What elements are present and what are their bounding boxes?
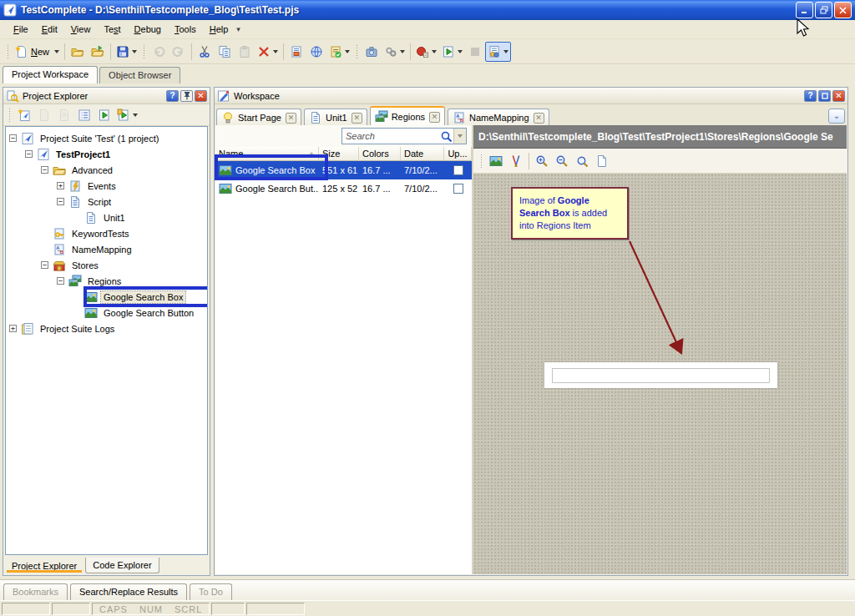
close-button[interactable] [834,2,852,18]
tool-results-button[interactable] [485,42,511,62]
workspace-help-button[interactable]: ? [804,90,817,102]
tree-expander-icon[interactable]: + [57,182,64,189]
tree-expander-icon[interactable]: − [57,198,64,205]
tree-item-testproject1[interactable]: −TestProject1 [6,146,207,162]
region-row-google-search-box[interactable]: Google Search Box551 x 6116.7 ...7/10/2.… [215,161,472,179]
menu-item-test[interactable]: Test [97,22,127,37]
menu-item-help[interactable]: Help [203,22,235,37]
tool-record-button[interactable] [413,42,439,62]
tree-item-regions[interactable]: −Regions [6,273,207,289]
viewer-tool-page-button[interactable] [592,151,612,171]
tree-item-unit1[interactable]: Unit1 [6,210,207,225]
menu-item-tools[interactable]: Tools [168,22,203,37]
minimize-button[interactable] [796,2,813,18]
tab-scroll-button[interactable]: ⌄ [828,109,845,124]
tab-search-replace-results[interactable]: Search/Replace Results [70,583,187,600]
menu-item-edit[interactable]: Edit [35,22,64,37]
viewer-tool-imgsel-button[interactable] [486,151,506,171]
tool-save-dropdown-icon[interactable] [132,50,137,53]
tree-expander-icon[interactable]: − [41,166,48,174]
tab-to-do[interactable]: To Do [190,583,232,600]
tool-run-dropdown-icon[interactable] [458,50,463,53]
tool-copy-button[interactable] [215,42,235,62]
tool-checklist-dropdown-icon[interactable] [345,50,350,53]
doc-tab-unit1[interactable]: Unit1✕ [304,109,367,126]
tree-item-project-suite-logs[interactable]: +Project Suite Logs [6,321,207,336]
row-checkbox[interactable] [453,165,463,175]
tool-web-button[interactable] [306,42,326,62]
column-header-date[interactable]: Date [401,147,444,161]
tool-open-button[interactable] [68,42,88,62]
panel-help-button[interactable]: ? [166,90,179,102]
tool-gears-button[interactable] [382,42,407,62]
tree-item-script[interactable]: −Script [6,194,207,210]
tab-close-icon[interactable]: ✕ [429,112,440,123]
tool-results-dropdown-icon[interactable] [503,50,508,53]
tool-record-dropdown-icon[interactable] [432,50,437,53]
tree-expander-icon[interactable]: − [41,261,48,269]
tool-new-button[interactable]: New [13,42,62,62]
search-dropdown-button[interactable] [453,129,466,144]
doc-tab-start-page[interactable]: Start Page✕ [216,109,301,126]
tree-item-google-search-button[interactable]: Google Search Button [6,305,207,321]
tree-item-stores[interactable]: −Stores [6,257,207,273]
workspace-close-button[interactable]: ✕ [832,90,845,102]
column-header-name[interactable]: Name [215,147,319,161]
tree-item-advanced[interactable]: −Advanced [6,162,207,178]
menu-item-view[interactable]: View [64,22,98,37]
tool-additem-button[interactable] [286,42,306,62]
tree-item-namemapping[interactable]: ABNameMapping [6,241,207,257]
tree-expander-icon[interactable]: − [25,150,33,158]
menu-item-debug[interactable]: Debug [128,22,168,37]
tree-item-keywordtests[interactable]: KeywordTests [6,225,207,241]
tab-close-icon[interactable]: ✕ [534,113,544,124]
workspace-maximize-button[interactable] [818,90,831,102]
viewer-tool-zoomin-button[interactable] [532,151,552,171]
panel-pin-button[interactable] [180,90,193,102]
column-header-up[interactable]: Up... [444,147,472,161]
pe-tool-runsuite-button[interactable] [114,105,140,125]
viewer-tool-paint-button[interactable] [506,151,526,171]
tree-expander-icon[interactable]: − [57,277,64,285]
pe-tab-code-explorer[interactable]: Code Explorer [85,558,159,573]
search-icon[interactable] [440,130,452,142]
tool-delete-dropdown-icon[interactable] [273,50,278,53]
tab-project-workspace[interactable]: Project Workspace [3,66,98,83]
column-header-colors[interactable]: Colors [359,147,401,161]
tool-delete-button[interactable] [255,42,281,62]
pe-tab-project-explorer[interactable]: Project Explorer [5,558,83,573]
menu-overflow-chevron-icon[interactable]: ▾ [236,25,240,33]
panel-close-button[interactable]: ✕ [195,90,207,102]
pe-tool-runsuite-dropdown-icon[interactable] [133,114,138,117]
tool-checklist-button[interactable] [326,42,352,62]
tool-gears-dropdown-icon[interactable] [400,50,405,53]
tool-openadd-button[interactable] [88,42,108,62]
tab-object-browser[interactable]: Object Browser [99,67,180,83]
tree-item-google-search-box[interactable]: Google Search Box [6,289,207,305]
viewer-tool-zoomout-button[interactable] [552,151,572,171]
tree-item-project-suite-test-1-project[interactable]: −Project Suite 'Test' (1 project) [6,130,207,146]
tool-cut-button[interactable] [195,42,215,62]
pe-tool-newproj-button[interactable] [14,105,34,125]
tab-close-icon[interactable]: ✕ [352,113,362,124]
tool-run-button[interactable] [439,42,465,62]
menu-item-file[interactable]: File [7,22,35,37]
row-checkbox[interactable] [453,184,463,194]
tool-save-button[interactable] [114,42,139,62]
doc-tab-regions[interactable]: Regions✕ [370,106,445,126]
column-header-size[interactable]: Size [319,147,359,161]
tree-item-events[interactable]: +Events [6,178,207,194]
tree-expander-icon[interactable]: + [9,325,17,332]
tree-expander-icon[interactable]: − [9,134,17,142]
pe-tool-runproj-button[interactable] [94,105,114,125]
tool-new-dropdown-icon[interactable] [54,50,59,53]
region-row-google-search-but[interactable]: Google Search But...125 x 5216.7 ...7/10… [215,179,472,198]
doc-tab-namemapping[interactable]: ABNameMapping✕ [448,109,549,126]
tab-close-icon[interactable]: ✕ [286,113,296,124]
pe-tool-list-button[interactable] [74,105,94,125]
tab-bookmarks[interactable]: Bookmarks [3,583,68,600]
viewer-tool-zoomsel-button[interactable] [572,151,592,171]
search-input[interactable] [342,131,440,141]
tool-camera-button[interactable] [362,42,382,62]
restore-button[interactable] [815,2,832,18]
